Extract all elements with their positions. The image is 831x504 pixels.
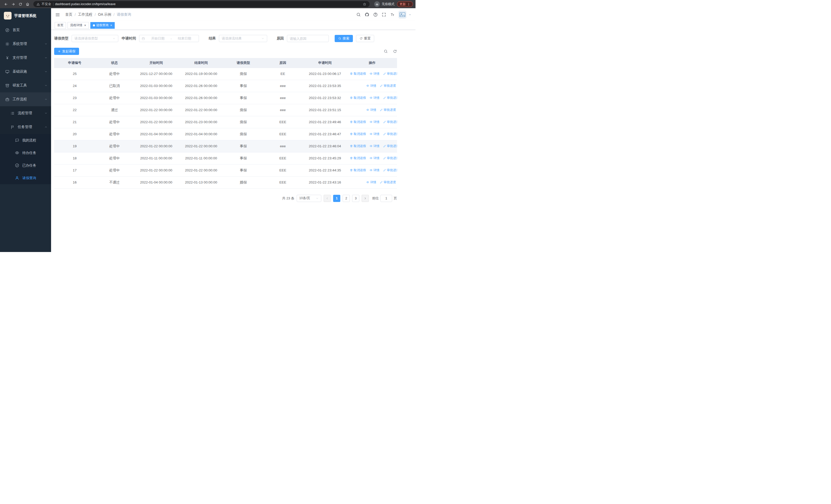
page-size-select[interactable]: 10条/页 — [297, 195, 321, 202]
table-header-row: 申请编号 状态 开始时间 结束时间 请假类型 原因 申请时间 操作 — [54, 58, 397, 68]
detail-link[interactable]: 详情 — [370, 120, 379, 124]
sidebar-item-home[interactable]: 首页 — [0, 23, 51, 37]
detail-link[interactable]: 详情 — [370, 156, 379, 160]
page-button-1[interactable]: 1 — [333, 195, 340, 202]
tab-leave-query[interactable]: 请假查询 × — [90, 22, 115, 29]
detail-link[interactable]: 详情 — [370, 168, 379, 173]
approval-progress-link[interactable]: 审批进度 — [383, 144, 397, 148]
table-row[interactable]: 25 处理中 2021-12-27 00:00:00 2022-01-19 00… — [54, 68, 397, 80]
cancel-leave-link[interactable]: 取消请假 — [350, 96, 366, 100]
sidebar-item-process-management[interactable]: 流程管理 — [0, 106, 51, 120]
home-icon[interactable] — [24, 1, 31, 7]
table-row[interactable]: 23 处理中 2022-01-03 00:00:00 2022-01-26 00… — [54, 92, 397, 104]
caret-down-icon[interactable] — [408, 13, 411, 16]
approval-progress-link[interactable]: 审批进度 — [383, 96, 397, 100]
detail-link[interactable]: 详情 — [366, 108, 376, 112]
bookmark-star-icon[interactable] — [363, 2, 367, 6]
sidebar-item-todo-tasks[interactable]: 待办任务 — [0, 147, 51, 159]
detail-link[interactable]: 详情 — [370, 71, 379, 76]
detail-link[interactable]: 详情 — [370, 96, 379, 100]
breadcrumb-oa-example[interactable]: OA 示例 — [98, 12, 111, 17]
back-icon[interactable] — [3, 1, 9, 7]
cell-apply-id: 25 — [54, 68, 95, 80]
approval-progress-link[interactable]: 审批进度 — [380, 180, 396, 184]
approval-progress-link[interactable]: 审批进度 — [383, 120, 397, 124]
cell-leave-type: 病假 — [224, 104, 263, 116]
address-bar[interactable]: 不安全 dashboard.yudao.iocoder.cn/bpm/oa/le… — [33, 1, 370, 7]
sidebar-item-my-process[interactable]: 我的流程 — [0, 134, 51, 147]
table-tools — [384, 49, 397, 53]
search-button[interactable]: 搜索 — [335, 35, 353, 42]
detail-link[interactable]: 详情 — [366, 180, 376, 184]
font-size-icon[interactable] — [390, 12, 395, 17]
create-leave-button[interactable]: 发起请假 — [54, 48, 79, 55]
approval-progress-link[interactable]: 审批进度 — [380, 108, 396, 112]
reset-button[interactable]: 重置 — [356, 35, 374, 42]
page-button-2[interactable]: 2 — [343, 195, 350, 202]
table-row[interactable]: 20 处理中 2022-01-04 00:00:00 2022-01-04 00… — [54, 128, 397, 140]
cancel-leave-link[interactable]: 取消请假 — [350, 168, 366, 173]
kebab-menu-icon[interactable] — [407, 3, 410, 6]
cell-status: 处理中 — [95, 116, 134, 128]
cancel-leave-link[interactable]: 取消请假 — [350, 120, 366, 124]
cancel-leave-link[interactable]: 取消请假 — [350, 132, 366, 136]
reload-icon[interactable] — [17, 1, 24, 7]
sidebar-item-task-management[interactable]: 任务管理 — [0, 120, 51, 134]
cell-apply-id: 18 — [54, 152, 95, 164]
cancel-leave-link[interactable]: 取消请假 — [350, 156, 366, 160]
breadcrumb-home[interactable]: 首页 — [65, 12, 73, 17]
table-row[interactable]: 17 处理中 2022-01-22 00:00:00 2022-01-22 00… — [54, 164, 397, 176]
tab-home[interactable]: 首页 — [55, 22, 66, 29]
approval-progress-link[interactable]: 审批进度 — [383, 132, 397, 136]
result-select[interactable]: 请选择流结果 — [219, 35, 267, 42]
next-page-button[interactable] — [362, 195, 369, 202]
sidebar-item-leave-query[interactable]: 请假查询 — [0, 172, 51, 184]
chevron-down-icon — [45, 56, 48, 59]
sidebar-item-done-tasks[interactable]: 已办任务 — [0, 159, 51, 172]
sidebar-item-devtools[interactable]: 研发工具 — [0, 79, 51, 92]
cancel-leave-link[interactable]: 取消请假 — [350, 144, 366, 148]
avatar[interactable] — [399, 11, 406, 19]
sidebar-item-infrastructure[interactable]: 基础设施 — [0, 65, 51, 79]
table-row[interactable]: 16 不通过 2022-01-04 00:00:00 2022-01-13 00… — [54, 176, 397, 188]
approval-progress-link[interactable]: 审批进度 — [380, 84, 396, 88]
sidebar-item-workflow[interactable]: 工作流程 — [0, 92, 51, 106]
approval-progress-link[interactable]: 审批进度 — [383, 156, 397, 160]
tab-process-detail[interactable]: 流程详情 × — [67, 22, 89, 29]
apply-time-range-picker[interactable]: 开始日期 - 结束日期 — [139, 35, 199, 42]
cancel-leave-link[interactable]: 取消请假 — [350, 71, 366, 76]
help-icon[interactable] — [373, 12, 378, 17]
reason-input[interactable] — [287, 35, 329, 42]
sidebar-item-system[interactable]: 系统管理 — [0, 37, 51, 51]
table-row[interactable]: 18 处理中 2022-01-11 00:00:00 2022-01-11 00… — [54, 152, 397, 164]
app-logo-row[interactable]: 芋道管理系统 — [0, 8, 51, 23]
close-tab-icon[interactable]: × — [110, 24, 112, 27]
detail-link[interactable]: 详情 — [370, 132, 379, 136]
search-icon[interactable] — [356, 12, 361, 17]
header-actions — [356, 11, 411, 19]
col-apply-id: 申请编号 — [54, 58, 95, 68]
github-icon[interactable] — [365, 12, 369, 17]
forward-icon[interactable] — [10, 1, 17, 7]
detail-link[interactable]: 详情 — [366, 84, 376, 88]
page-button-3[interactable]: 3 — [352, 195, 359, 202]
sidebar-item-payment[interactable]: 支付管理 — [0, 51, 51, 65]
refresh-icon[interactable] — [393, 49, 397, 53]
table-row[interactable]: 22 通过 2022-01-22 00:00:00 2022-01-22 00:… — [54, 104, 397, 116]
fullscreen-icon[interactable] — [382, 12, 386, 17]
cell-status: 处理中 — [95, 164, 134, 176]
approval-progress-link[interactable]: 审批进度 — [383, 168, 397, 173]
table-row[interactable]: 21 处理中 2022-01-22 00:00:00 2022-01-23 00… — [54, 116, 397, 128]
collapse-sidebar-icon[interactable] — [55, 12, 60, 17]
table-row[interactable]: 24 已取消 2022-01-03 00:00:00 2022-01-26 00… — [54, 80, 397, 92]
leave-type-select[interactable]: 请选择请假类型 — [71, 35, 118, 42]
prev-page-button[interactable] — [324, 195, 331, 202]
table-row[interactable]: 19 处理中 2022-01-22 00:00:00 2022-01-22 00… — [54, 140, 397, 152]
close-tab-icon[interactable]: × — [84, 24, 86, 27]
toggle-search-icon[interactable] — [384, 49, 388, 53]
detail-link[interactable]: 详情 — [370, 144, 379, 148]
update-button[interactable]: 更新 — [397, 1, 413, 7]
breadcrumb-workflow[interactable]: 工作流程 — [78, 12, 92, 17]
goto-page-input[interactable] — [380, 195, 392, 202]
approval-progress-link[interactable]: 审批进度 — [383, 71, 397, 76]
